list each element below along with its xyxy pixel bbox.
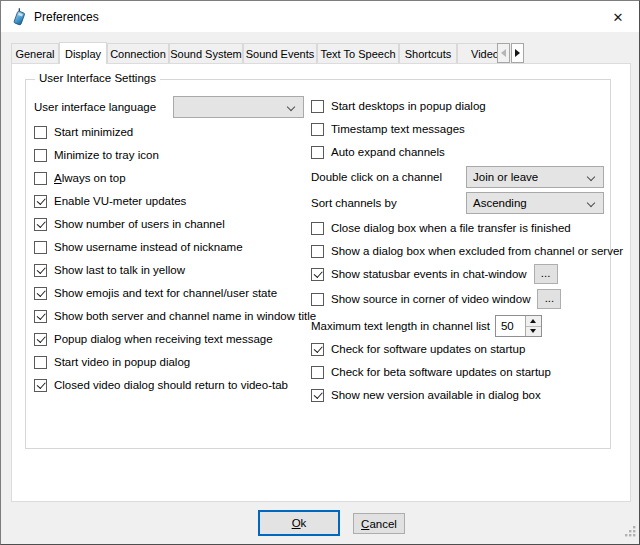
cancel-button[interactable]: Cancel: [353, 513, 405, 534]
checkbox[interactable]: [311, 222, 324, 235]
app-icon: [11, 8, 28, 30]
checkbox[interactable]: [34, 287, 47, 300]
checkbox-start-minimized[interactable]: Start minimized: [34, 123, 133, 141]
close-button[interactable]: ✕: [605, 7, 631, 27]
checkbox[interactable]: [34, 379, 47, 392]
checkbox-closed-video-return[interactable]: Closed video dialog should return to vid…: [34, 376, 288, 394]
checkbox-label: Show last to talk in yellow: [54, 264, 185, 276]
checkbox[interactable]: [311, 293, 324, 306]
tab-shortcuts[interactable]: Shortcuts: [399, 43, 457, 63]
checkbox-label: Check for software updates on startup: [331, 343, 525, 355]
checkbox[interactable]: [311, 245, 324, 258]
checkbox-label: Show username instead of nickname: [54, 241, 243, 253]
checkbox[interactable]: [34, 126, 47, 139]
checkbox[interactable]: [311, 366, 324, 379]
double-click-combobox[interactable]: Join or leave: [466, 166, 604, 188]
checkbox-show-source-video[interactable]: Show source in corner of video window ..…: [311, 289, 561, 309]
tab-scroll-right-button[interactable]: [511, 43, 524, 63]
checkbox-label: Close dialog box when a file transfer is…: [331, 222, 571, 234]
sort-channels-label-row: Sort channels by: [311, 194, 397, 212]
close-icon: ✕: [613, 10, 624, 25]
titlebar[interactable]: Preferences ✕: [1, 1, 639, 32]
spin-up-button[interactable]: [526, 316, 541, 327]
tab-scroll-left-button[interactable]: [497, 43, 510, 63]
checkbox-show-statusbar-events[interactable]: Show statusbar events in chat-window ...: [311, 264, 558, 284]
spinbox-value: 50: [496, 316, 525, 336]
checkbox[interactable]: [311, 268, 324, 281]
checkbox-show-server-and-channel-name[interactable]: Show both server and channel name in win…: [34, 307, 316, 325]
checkbox[interactable]: [34, 241, 47, 254]
checkbox-label: Timestamp text messages: [331, 123, 465, 135]
checkbox[interactable]: [34, 218, 47, 231]
checkbox-label: Start minimized: [54, 126, 133, 138]
checkbox-show-new-version[interactable]: Show new version available in dialog box: [311, 386, 541, 404]
checkbox-show-emojis[interactable]: Show emojis and text for channel/user st…: [34, 284, 277, 302]
language-combobox[interactable]: [173, 96, 304, 118]
video-source-more-button[interactable]: ...: [537, 289, 561, 309]
checkbox-popup-dialog-text-message[interactable]: Popup dialog when receiving text message: [34, 330, 273, 348]
tab-connection[interactable]: Connection: [107, 43, 169, 63]
checkbox[interactable]: [311, 146, 324, 159]
checkbox[interactable]: [34, 195, 47, 208]
statusbar-events-more-button[interactable]: ...: [534, 264, 558, 284]
tab-video[interactable]: Video: [457, 43, 498, 63]
chevron-down-icon: [587, 199, 595, 207]
cancel-button-label: Cancel: [361, 518, 397, 530]
arrow-up-icon: [530, 319, 536, 323]
arrow-down-icon: [530, 329, 536, 333]
spin-down-button[interactable]: [526, 327, 541, 337]
checkbox-enable-vu-meter-updates[interactable]: Enable VU-meter updates: [34, 192, 186, 210]
checkbox[interactable]: [34, 264, 47, 277]
tab-sound-system[interactable]: Sound System: [169, 43, 243, 63]
checkbox-always-on-top[interactable]: Always on top: [34, 169, 126, 187]
preferences-dialog: Preferences ✕ General Display Connection…: [0, 0, 640, 545]
checkbox-show-number-of-users[interactable]: Show number of users in channel: [34, 215, 225, 233]
combobox-value: Join or leave: [473, 171, 538, 183]
checkbox-start-desktops-popup[interactable]: Start desktops in popup dialog: [311, 97, 486, 115]
checkbox-label: Always on top: [54, 172, 126, 184]
combobox-value: Ascending: [473, 197, 527, 209]
tab-text-to-speech[interactable]: Text To Speech: [317, 43, 399, 63]
checkbox-label: Start desktops in popup dialog: [331, 100, 486, 112]
checkbox-check-beta-updates[interactable]: Check for beta software updates on start…: [311, 363, 551, 381]
checkbox[interactable]: [311, 343, 324, 356]
tab-sound-events[interactable]: Sound Events: [243, 43, 317, 63]
checkbox-check-updates[interactable]: Check for software updates on startup: [311, 340, 525, 358]
sort-channels-combobox[interactable]: Ascending: [466, 192, 604, 214]
checkbox[interactable]: [311, 389, 324, 402]
checkbox-label: Auto expand channels: [331, 146, 445, 158]
ok-button-label: Ok: [292, 517, 307, 529]
checkbox-label: Show number of users in channel: [54, 218, 225, 230]
checkbox-timestamp-messages[interactable]: Timestamp text messages: [311, 120, 465, 138]
checkbox-label: Show emojis and text for channel/user st…: [54, 287, 277, 299]
tab-display[interactable]: Display: [59, 42, 107, 64]
ok-button[interactable]: Ok: [258, 510, 340, 536]
max-text-length-spinbox[interactable]: 50: [495, 315, 542, 337]
checkbox[interactable]: [311, 123, 324, 136]
checkbox[interactable]: [34, 356, 47, 369]
chevron-down-icon: [587, 173, 595, 181]
checkbox-label: Minimize to tray icon: [54, 149, 159, 161]
checkbox[interactable]: [34, 172, 47, 185]
checkbox[interactable]: [34, 149, 47, 162]
tab-scroll-buttons: [497, 43, 524, 63]
checkbox-label: Start video in popup dialog: [54, 356, 190, 368]
checkbox[interactable]: [311, 100, 324, 113]
checkbox-show-username-instead-of-nickname[interactable]: Show username instead of nickname: [34, 238, 243, 256]
checkbox-label: Show new version available in dialog box: [331, 389, 541, 401]
checkbox-auto-expand-channels[interactable]: Auto expand channels: [311, 143, 445, 161]
resize-grip[interactable]: [625, 523, 636, 541]
checkbox-show-dialog-excluded[interactable]: Show a dialog box when excluded from cha…: [311, 242, 623, 260]
arrow-right-icon: [515, 49, 520, 57]
checkbox-close-dialog-file-transfer[interactable]: Close dialog box when a file transfer is…: [311, 219, 571, 237]
language-label: User interface language: [34, 101, 156, 113]
checkbox-label: Enable VU-meter updates: [54, 195, 186, 207]
tab-general[interactable]: General: [11, 43, 59, 63]
checkbox[interactable]: [34, 333, 47, 346]
checkbox-label: Show a dialog box when excluded from cha…: [331, 245, 623, 257]
checkbox-minimize-to-tray-icon[interactable]: Minimize to tray icon: [34, 146, 159, 164]
checkbox-show-last-to-talk[interactable]: Show last to talk in yellow: [34, 261, 185, 279]
checkbox[interactable]: [34, 310, 47, 323]
double-click-label-row: Double click on a channel: [311, 168, 442, 186]
checkbox-start-video-in-popup[interactable]: Start video in popup dialog: [34, 353, 190, 371]
